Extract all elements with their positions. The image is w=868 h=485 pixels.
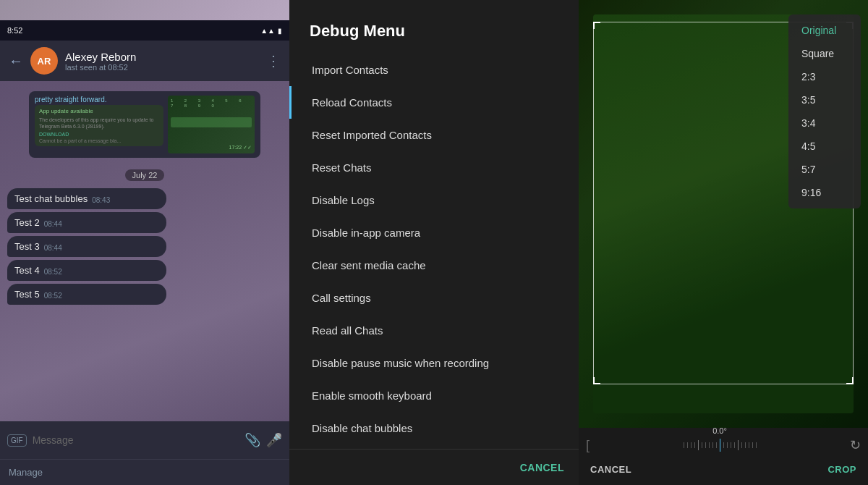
contact-status: last seen at 08:52: [65, 63, 259, 72]
crop-tool-panel: Original Square 2:3 3:5 3:4 4:5 5:7 9:16: [579, 0, 868, 485]
debug-item-disable-chat-bubbles[interactable]: Disable chat bubbles: [289, 412, 579, 444]
debug-item-reload-contacts[interactable]: Reload Contacts: [289, 86, 579, 119]
crop-action-buttons: CANCEL CROP: [579, 457, 868, 485]
forwarded-message: pretty straight forward. App update avai…: [29, 91, 260, 158]
mic-icon[interactable]: 🎤: [266, 432, 282, 448]
crop-image-area: Original Square 2:3 3:5 3:4 4:5 5:7 9:16: [579, 0, 868, 428]
contact-name: Alexey Reborn: [65, 51, 259, 63]
message-bubble-2: Test 2 08:44: [7, 212, 166, 233]
more-options-button[interactable]: ⋮: [266, 52, 281, 69]
aspect-ratio-5-7[interactable]: 5:7: [788, 158, 861, 181]
rotation-value: 0.0°: [712, 426, 727, 435]
status-icons: ▲▲ ▮: [260, 27, 282, 35]
chat-input-bar: GIF Message 📎 🎤: [0, 421, 289, 459]
rotation-left-icon: [: [586, 438, 590, 453]
chat-panel: 8:52 ▲▲ ▮ ← AR Alexey Reborn last seen a…: [0, 0, 289, 485]
crop-controls: [ 0.0°: [579, 428, 868, 485]
debug-item-enable-smooth-keyboard[interactable]: Enable smooth keyboard: [289, 379, 579, 412]
message-bubble-1: Test chat bubbles 08:43: [7, 188, 166, 209]
screenshot-preview: 123456 7890 17:22 ✓✓: [168, 96, 255, 153]
debug-item-read-all-chats[interactable]: Read all Chats: [289, 314, 579, 347]
status-time: 8:52: [7, 26, 22, 35]
forwarded-body: App update available The developers of t…: [35, 105, 163, 146]
tick-line: [684, 439, 757, 452]
debug-item-reset-imported-contacts[interactable]: Reset Imported Contacts: [289, 119, 579, 151]
manage-label[interactable]: Manage: [9, 467, 43, 478]
battery-icon: ▮: [278, 27, 282, 35]
message-input[interactable]: Message: [33, 434, 239, 446]
aspect-ratio-square[interactable]: Square: [788, 42, 861, 65]
debug-item-disable-camera[interactable]: Disable in-app camera: [289, 216, 579, 249]
debug-item-call-settings[interactable]: Call settings: [289, 282, 579, 314]
messages-area: pretty straight forward. App update avai…: [0, 81, 289, 421]
message-bubble-5: Test 5 08:52: [7, 284, 166, 305]
rotation-ticks[interactable]: 0.0°: [595, 436, 844, 454]
debug-menu-footer: CANCEL: [289, 449, 579, 485]
aspect-ratio-4-5[interactable]: 4:5: [788, 135, 861, 158]
crop-corner-tl: [593, 22, 600, 29]
message-bubble-3: Test 3 08:44: [7, 236, 166, 257]
signal-icon: ▲▲: [260, 27, 275, 35]
attach-icon[interactable]: 📎: [244, 432, 260, 448]
forwarded-label: pretty straight forward.: [35, 96, 163, 104]
message-bubble-4: Test 4 08:52: [7, 260, 166, 281]
rotation-bar: [ 0.0°: [579, 434, 868, 457]
debug-item-disable-pause-music[interactable]: Disable pause music when recording: [289, 347, 579, 379]
debug-item-import-contacts[interactable]: Import Contacts: [289, 54, 579, 86]
debug-item-disable-logs[interactable]: Disable Logs: [289, 184, 579, 216]
aspect-ratio-3-4[interactable]: 3:4: [788, 111, 861, 135]
crop-confirm-button[interactable]: CROP: [827, 464, 856, 475]
rotate-icon-button[interactable]: ↻: [850, 437, 861, 453]
aspect-ratio-2-3[interactable]: 2:3: [788, 65, 861, 88]
debug-menu-panel: Debug Menu Import Contacts Reload Contac…: [289, 0, 579, 485]
crop-corner-bl: [593, 377, 600, 384]
back-button[interactable]: ←: [9, 53, 23, 69]
status-bar: 8:52 ▲▲ ▮: [0, 20, 289, 41]
debug-item-clear-cache[interactable]: Clear sent media cache: [289, 249, 579, 282]
debug-menu-title: Debug Menu: [289, 14, 579, 54]
crop-cancel-button[interactable]: CANCEL: [590, 464, 631, 475]
chat-header-info: Alexey Reborn last seen at 08:52: [65, 51, 259, 72]
aspect-ratio-panel: Original Square 2:3 3:5 3:4 4:5 5:7 9:16: [788, 14, 861, 208]
chat-header: ← AR Alexey Reborn last seen at 08:52 ⋮: [0, 41, 289, 81]
manage-bar: Manage: [0, 459, 289, 485]
aspect-ratio-3-5[interactable]: 3:5: [788, 88, 861, 111]
gif-button[interactable]: GIF: [7, 434, 27, 447]
crop-corner-br: [846, 377, 854, 384]
debug-item-reset-chats[interactable]: Reset Chats: [289, 151, 579, 184]
chat-window: 8:52 ▲▲ ▮ ← AR Alexey Reborn last seen a…: [0, 20, 289, 485]
date-divider: July 22: [7, 168, 282, 181]
debug-menu-content: Debug Menu Import Contacts Reload Contac…: [289, 0, 579, 449]
avatar: AR: [30, 47, 58, 75]
aspect-ratio-original[interactable]: Original: [788, 19, 861, 42]
debug-cancel-button[interactable]: CANCEL: [520, 462, 564, 473]
aspect-ratio-9-16[interactable]: 9:16: [788, 181, 861, 204]
